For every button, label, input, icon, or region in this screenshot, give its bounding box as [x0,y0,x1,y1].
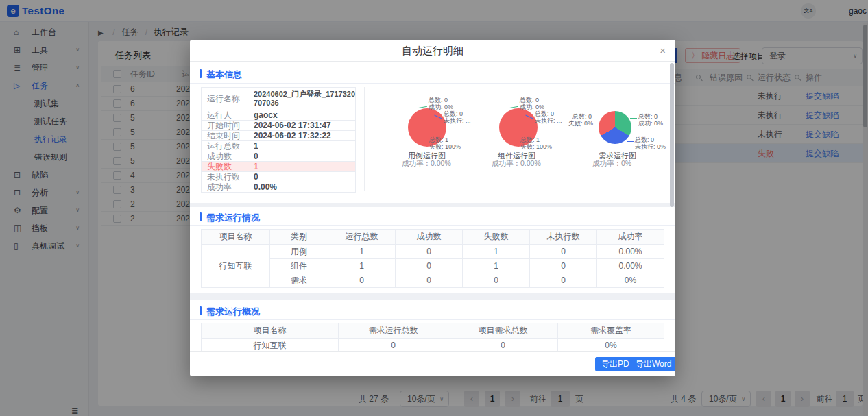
basic-info-table: 运行名称20240602_门户登录_1717320707036 运行人gaocx… [201,87,356,193]
project-name-cell: 行知互联 [202,245,270,288]
section-bar [200,212,202,221]
modal-body: 基本信息 运行名称20240602_门户登录_1717320707036 运行人… [190,62,675,351]
modal-scrollbar-thumb[interactable] [670,63,674,207]
basic-info-section: 基本信息 运行名称20240602_门户登录_1717320707036 运行人… [190,62,675,203]
leader-line [630,118,637,119]
req-overview-table: 项目名称 需求运行总数 项目需求总数 需求覆盖率 行知互联 0 0 0% [201,323,664,351]
table-row: 行知互联 0 0 0% [202,339,664,352]
section-bar [200,69,202,78]
section-title: 需求运行概况 [206,306,260,318]
export-word-button[interactable]: 导出Word [629,357,675,371]
section-title: 需求运行情况 [206,212,260,224]
divider [364,87,365,191]
req-overview-section: 需求运行概况 项目名称 需求运行总数 项目需求总数 需求覆盖率 行知互联 0 0… [190,300,675,351]
close-icon[interactable]: × [660,40,666,62]
divider [190,319,675,320]
section-title: 基本信息 [206,69,242,81]
requirement-run-pie [599,111,631,144]
auto-run-detail-modal: 自动运行明细 × 基本信息 运行名称20240602_门户登录_17173207… [190,40,675,376]
table-row: 需求 0 0 0 0 0% [202,273,664,288]
divider [190,83,675,84]
modal-header: 自动运行明细 × [190,40,675,62]
table-row: 行知互联 用例 1 0 1 0 0.00% [202,245,664,259]
modal-title: 自动运行明细 [190,40,675,62]
modal-footer: 导出PDF 导出Word [190,351,675,376]
req-run-table: 项目名称 类别 运行总数 成功数 失败数 未执行数 成功率 行知互联 用例 1 … [201,229,664,288]
req-run-section: 需求运行情况 项目名称 类别 运行总数 成功数 失败数 未执行数 成功率 行知互… [190,207,675,293]
section-bar [200,306,202,315]
divider [190,225,675,226]
leader-line [593,119,600,119]
leader-line [627,141,634,142]
table-row: 组件 1 0 1 0 0.00% [202,259,664,273]
app-root: e TestOne 文A gaoc ⌂工作台 ⊞工具∨ ≣管理∨ ▷任务∧ 测试… [0,0,868,416]
